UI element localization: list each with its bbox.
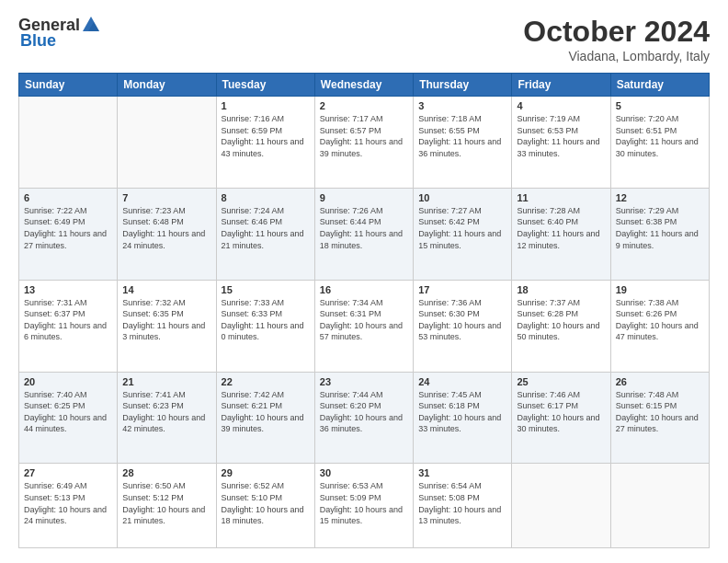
day-info: Sunrise: 7:48 AMSunset: 6:15 PMDaylight:… <box>616 389 704 435</box>
day-number: 31 <box>418 467 506 478</box>
calendar-week-1: 1Sunrise: 7:16 AMSunset: 6:59 PMDaylight… <box>19 97 710 189</box>
calendar-day: 6Sunrise: 7:22 AMSunset: 6:49 PMDaylight… <box>19 188 118 280</box>
day-info: Sunrise: 7:37 AMSunset: 6:28 PMDaylight:… <box>517 297 605 343</box>
day-info: Sunrise: 7:29 AMSunset: 6:38 PMDaylight:… <box>616 205 704 251</box>
day-info: Sunrise: 7:20 AMSunset: 6:51 PMDaylight:… <box>616 113 704 159</box>
calendar-day: 23Sunrise: 7:44 AMSunset: 6:20 PMDayligh… <box>314 372 413 464</box>
day-info: Sunrise: 7:46 AMSunset: 6:17 PMDaylight:… <box>517 389 605 435</box>
logo: General Blue <box>18 15 102 51</box>
calendar-day: 28Sunrise: 6:50 AMSunset: 5:12 PMDayligh… <box>118 464 216 548</box>
day-number: 20 <box>24 376 112 387</box>
day-info: Sunrise: 7:23 AMSunset: 6:48 PMDaylight:… <box>122 205 210 251</box>
day-number: 11 <box>517 192 605 203</box>
day-number: 10 <box>418 192 506 203</box>
day-number: 6 <box>24 192 112 203</box>
calendar-day: 15Sunrise: 7:33 AMSunset: 6:33 PMDayligh… <box>216 280 314 372</box>
day-number: 7 <box>122 192 210 203</box>
day-info: Sunrise: 7:18 AMSunset: 6:55 PMDaylight:… <box>418 113 506 159</box>
day-number: 30 <box>320 467 408 478</box>
day-number: 4 <box>517 100 605 111</box>
day-number: 16 <box>320 284 408 295</box>
day-number: 8 <box>222 192 310 203</box>
calendar-day: 9Sunrise: 7:26 AMSunset: 6:44 PMDaylight… <box>314 188 413 280</box>
day-info: Sunrise: 7:45 AMSunset: 6:18 PMDaylight:… <box>418 389 506 435</box>
day-info: Sunrise: 6:53 AMSunset: 5:09 PMDaylight:… <box>320 480 408 526</box>
day-info: Sunrise: 7:19 AMSunset: 6:53 PMDaylight:… <box>517 113 605 159</box>
day-number: 9 <box>320 192 408 203</box>
day-number: 15 <box>222 284 310 295</box>
logo-blue: Blue <box>20 31 56 51</box>
calendar-day: 2Sunrise: 7:17 AMSunset: 6:57 PMDaylight… <box>314 97 413 189</box>
calendar-day <box>19 97 118 189</box>
calendar-week-3: 13Sunrise: 7:31 AMSunset: 6:37 PMDayligh… <box>19 280 710 372</box>
calendar-day: 19Sunrise: 7:38 AMSunset: 6:26 PMDayligh… <box>610 280 709 372</box>
day-number: 25 <box>517 376 605 387</box>
day-info: Sunrise: 7:33 AMSunset: 6:33 PMDaylight:… <box>222 297 310 343</box>
calendar-day: 17Sunrise: 7:36 AMSunset: 6:30 PMDayligh… <box>414 280 512 372</box>
calendar-day: 27Sunrise: 6:49 AMSunset: 5:13 PMDayligh… <box>19 464 118 548</box>
calendar-day: 5Sunrise: 7:20 AMSunset: 6:51 PMDaylight… <box>610 97 709 189</box>
day-number: 26 <box>616 376 704 387</box>
day-info: Sunrise: 7:27 AMSunset: 6:42 PMDaylight:… <box>418 205 506 251</box>
calendar-day: 7Sunrise: 7:23 AMSunset: 6:48 PMDaylight… <box>118 188 216 280</box>
calendar-week-4: 20Sunrise: 7:40 AMSunset: 6:25 PMDayligh… <box>19 372 710 464</box>
header: General Blue October 2024 Viadana, Lomba… <box>18 15 710 63</box>
calendar-day: 21Sunrise: 7:41 AMSunset: 6:23 PMDayligh… <box>118 372 216 464</box>
calendar-day: 13Sunrise: 7:31 AMSunset: 6:37 PMDayligh… <box>19 280 118 372</box>
col-tuesday: Tuesday <box>216 74 314 97</box>
location-subtitle: Viadana, Lombardy, Italy <box>523 49 710 63</box>
day-info: Sunrise: 7:16 AMSunset: 6:59 PMDaylight:… <box>222 113 310 159</box>
day-info: Sunrise: 7:22 AMSunset: 6:49 PMDaylight:… <box>24 205 112 251</box>
calendar-day: 11Sunrise: 7:28 AMSunset: 6:40 PMDayligh… <box>512 188 610 280</box>
page: General Blue October 2024 Viadana, Lomba… <box>0 0 728 563</box>
day-info: Sunrise: 7:17 AMSunset: 6:57 PMDaylight:… <box>320 113 408 159</box>
day-info: Sunrise: 6:54 AMSunset: 5:08 PMDaylight:… <box>418 480 506 526</box>
calendar-day: 12Sunrise: 7:29 AMSunset: 6:38 PMDayligh… <box>610 188 709 280</box>
title-section: October 2024 Viadana, Lombardy, Italy <box>523 15 710 63</box>
day-info: Sunrise: 7:40 AMSunset: 6:25 PMDaylight:… <box>24 389 112 435</box>
day-info: Sunrise: 7:24 AMSunset: 6:46 PMDaylight:… <box>222 205 310 251</box>
calendar-week-5: 27Sunrise: 6:49 AMSunset: 5:13 PMDayligh… <box>19 464 710 548</box>
calendar-day: 26Sunrise: 7:48 AMSunset: 6:15 PMDayligh… <box>610 372 709 464</box>
day-number: 17 <box>418 284 506 295</box>
day-info: Sunrise: 7:32 AMSunset: 6:35 PMDaylight:… <box>122 297 210 343</box>
col-friday: Friday <box>512 74 610 97</box>
day-info: Sunrise: 6:49 AMSunset: 5:13 PMDaylight:… <box>24 480 112 526</box>
day-number: 5 <box>616 100 704 111</box>
col-sunday: Sunday <box>19 74 118 97</box>
day-info: Sunrise: 6:52 AMSunset: 5:10 PMDaylight:… <box>222 480 310 526</box>
calendar-day: 20Sunrise: 7:40 AMSunset: 6:25 PMDayligh… <box>19 372 118 464</box>
calendar-day: 31Sunrise: 6:54 AMSunset: 5:08 PMDayligh… <box>414 464 512 548</box>
logo-icon <box>81 15 101 35</box>
day-number: 12 <box>616 192 704 203</box>
day-info: Sunrise: 6:50 AMSunset: 5:12 PMDaylight:… <box>122 480 210 526</box>
day-number: 22 <box>222 376 310 387</box>
calendar-day <box>610 464 709 548</box>
day-info: Sunrise: 7:36 AMSunset: 6:30 PMDaylight:… <box>418 297 506 343</box>
month-title: October 2024 <box>523 15 710 49</box>
col-saturday: Saturday <box>610 74 709 97</box>
day-info: Sunrise: 7:28 AMSunset: 6:40 PMDaylight:… <box>517 205 605 251</box>
calendar-day: 8Sunrise: 7:24 AMSunset: 6:46 PMDaylight… <box>216 188 314 280</box>
day-number: 24 <box>418 376 506 387</box>
calendar-day: 29Sunrise: 6:52 AMSunset: 5:10 PMDayligh… <box>216 464 314 548</box>
calendar-day: 30Sunrise: 6:53 AMSunset: 5:09 PMDayligh… <box>314 464 413 548</box>
day-info: Sunrise: 7:38 AMSunset: 6:26 PMDaylight:… <box>616 297 704 343</box>
day-number: 1 <box>222 100 310 111</box>
day-number: 3 <box>418 100 506 111</box>
day-info: Sunrise: 7:41 AMSunset: 6:23 PMDaylight:… <box>122 389 210 435</box>
calendar-day: 3Sunrise: 7:18 AMSunset: 6:55 PMDaylight… <box>414 97 512 189</box>
day-info: Sunrise: 7:26 AMSunset: 6:44 PMDaylight:… <box>320 205 408 251</box>
day-info: Sunrise: 7:31 AMSunset: 6:37 PMDaylight:… <box>24 297 112 343</box>
day-number: 2 <box>320 100 408 111</box>
day-info: Sunrise: 7:42 AMSunset: 6:21 PMDaylight:… <box>222 389 310 435</box>
day-number: 23 <box>320 376 408 387</box>
calendar-day: 4Sunrise: 7:19 AMSunset: 6:53 PMDaylight… <box>512 97 610 189</box>
calendar-day <box>512 464 610 548</box>
day-number: 18 <box>517 284 605 295</box>
calendar-day: 24Sunrise: 7:45 AMSunset: 6:18 PMDayligh… <box>414 372 512 464</box>
calendar-day: 10Sunrise: 7:27 AMSunset: 6:42 PMDayligh… <box>414 188 512 280</box>
calendar-day: 25Sunrise: 7:46 AMSunset: 6:17 PMDayligh… <box>512 372 610 464</box>
calendar-day: 1Sunrise: 7:16 AMSunset: 6:59 PMDaylight… <box>216 97 314 189</box>
calendar-day: 16Sunrise: 7:34 AMSunset: 6:31 PMDayligh… <box>314 280 413 372</box>
